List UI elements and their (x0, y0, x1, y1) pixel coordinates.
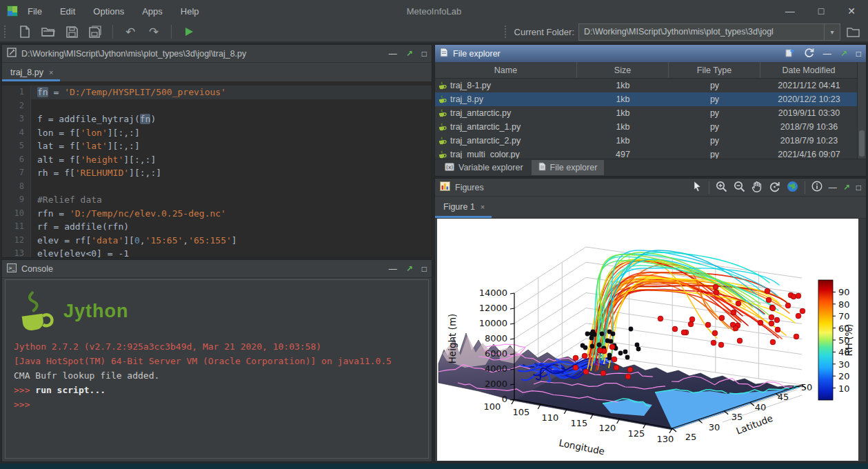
file-row-traj_antarctic_1.py[interactable]: traj_antarctic_1.py1kbpy2018/7/9 10:36 (435, 120, 858, 134)
cursor-tool-icon[interactable] (692, 181, 703, 194)
figure-3d-plot[interactable]: 0200040006000800010000120001400010010511… (437, 219, 858, 461)
code-line-2[interactable]: 2 (2, 99, 432, 113)
column-header-name[interactable]: Name (435, 62, 577, 78)
code-line-3[interactable]: 3f = addfile_hytraj(fn) (2, 112, 432, 126)
code-line-4[interactable]: 4lon = f['lon'][:,:] (2, 126, 432, 140)
panel-restore-icon[interactable]: ↗ (840, 49, 847, 59)
svg-text:4000: 4000 (485, 363, 507, 374)
refresh-icon[interactable] (804, 48, 814, 60)
panel-minimize-icon[interactable]: — (823, 49, 831, 59)
file-explorer-titlebar[interactable]: File explorer — ↗ □ (435, 45, 866, 63)
tab-close-icon[interactable]: × (49, 68, 53, 77)
code-line-6[interactable]: 6alt = f['height'][:,:] (2, 153, 432, 167)
code-line-13[interactable]: 13elev[elev<0] = -1 (2, 247, 432, 257)
code-line-10[interactable]: 10rfn = 'D:/Temp/nc/elev.0.25-deg.nc' (2, 207, 432, 221)
panel-maximize-icon[interactable]: □ (422, 264, 427, 274)
menu-bar: FileEditOptionsAppsHelp (28, 6, 199, 17)
save-all-button[interactable] (87, 23, 103, 40)
run-script-button[interactable] (181, 23, 197, 40)
svg-text:105: 105 (513, 407, 530, 417)
svg-text:35: 35 (731, 412, 743, 422)
toolbar-drag-handle[interactable] (4, 26, 8, 38)
menu-options[interactable]: Options (93, 6, 124, 17)
menu-file[interactable]: File (28, 6, 42, 17)
tab-variable-explorer[interactable]: (x)Variable explorer (438, 160, 530, 175)
tab-close-icon[interactable]: × (481, 203, 485, 211)
zoom-out-icon[interactable] (734, 181, 745, 194)
code-line-12[interactable]: 12elev = rf['data'][0,'15:65','65:155'] (2, 234, 432, 248)
pan-hand-icon[interactable] (751, 181, 763, 194)
svg-text:45: 45 (778, 392, 789, 402)
jython-file-icon (438, 109, 447, 118)
svg-text:>_: >_ (8, 266, 15, 271)
svg-text:115: 115 (571, 418, 588, 428)
browse-folder-button[interactable] (845, 23, 861, 40)
console-panel-titlebar[interactable]: >_ Console — ↗ □ (2, 260, 432, 278)
code-line-11[interactable]: 11rf = addfile(rfn) (2, 220, 432, 234)
tab-traj-8-py[interactable]: traj_8.py × (2, 68, 60, 81)
column-header-date-modified[interactable]: Date Modified (760, 62, 858, 78)
undo-button[interactable]: ↶ (122, 23, 139, 40)
file-row-traj_antarctic.py[interactable]: traj_antarctic.py1kbpy2019/9/11 03:30 (435, 106, 858, 120)
panel-maximize-icon[interactable]: □ (856, 183, 861, 192)
current-folder-combobox[interactable]: D:\Working\MIScript\Jython\mis\plot_type… (578, 23, 840, 41)
window-close-button[interactable]: ✕ (847, 6, 856, 17)
panel-minimize-icon[interactable]: — (389, 49, 397, 59)
parent-folder-icon[interactable] (785, 48, 795, 60)
figures-panel-titlebar[interactable]: Figures — ↗ □ (435, 179, 866, 197)
chevron-down-icon[interactable]: ▾ (824, 24, 840, 40)
panel-restore-icon[interactable]: ↗ (406, 49, 413, 59)
svg-text:10000: 10000 (479, 318, 507, 328)
panel-restore-icon[interactable]: ↗ (406, 264, 413, 274)
svg-text:100: 100 (484, 401, 501, 412)
window-minimize-button[interactable]: — (785, 6, 795, 17)
current-folder-value[interactable]: D:\Working\MIScript\Jython\mis\plot_type… (579, 27, 824, 37)
code-line-9[interactable]: 9#Relief data (2, 193, 432, 207)
file-row-traj_antarctic_2.py[interactable]: traj_antarctic_2.py1kbpy2018/7/9 10:23 (435, 134, 858, 148)
file-row-traj_8-1.py[interactable]: traj_8-1.py1kbpy2021/1/12 04:41 (435, 79, 858, 92)
panel-maximize-icon[interactable]: □ (856, 49, 861, 59)
svg-text:130: 130 (657, 434, 674, 444)
tab-label: traj_8.py (10, 68, 43, 77)
rotate-icon[interactable] (769, 181, 780, 194)
column-header-file-type[interactable]: File Type (669, 62, 760, 78)
info-icon[interactable] (811, 181, 822, 194)
file-icon (440, 48, 448, 59)
code-line-7[interactable]: 7rh = f['RELHUMID'][:,:] (2, 166, 432, 180)
tab-figure-1[interactable]: Figure 1 × (435, 202, 492, 218)
window-maximize-button[interactable]: □ (818, 6, 824, 17)
svg-text:12000: 12000 (479, 303, 507, 313)
panel-minimize-icon[interactable]: — (829, 183, 837, 192)
svg-text:(x): (x) (446, 164, 453, 170)
globe-icon[interactable] (787, 181, 798, 194)
menu-apps[interactable]: Apps (142, 6, 163, 17)
svg-text:6000: 6000 (485, 348, 507, 359)
column-header-size[interactable]: Size (577, 62, 669, 78)
file-row-traj_8.py[interactable]: traj_8.py1kbpy2020/12/2 10:23 (435, 92, 858, 106)
open-folder-button[interactable] (40, 23, 57, 40)
code-line-8[interactable]: 8 (2, 180, 432, 194)
code-line-5[interactable]: 5lat = f['lat'][:,:] (2, 139, 432, 153)
file-table-scrollbar[interactable] (857, 62, 866, 159)
editor-panel-titlebar[interactable]: D:\Working\MIScript\Jython\mis\plot_type… (2, 45, 432, 63)
panel-maximize-icon[interactable]: □ (422, 49, 427, 59)
svg-text:14000: 14000 (479, 288, 507, 298)
code-editor[interactable]: 1fn = 'D:/Temp/HYSPLIT/500_previous'23f … (2, 81, 432, 257)
zoom-in-icon[interactable] (716, 181, 727, 194)
colorbar-label: RH (%) (843, 323, 854, 356)
console-line: Jython 2.7.2 (v2.7.2:925a3cc3b49d, Mar 2… (14, 339, 428, 354)
tab-file-explorer[interactable]: File explorer (532, 160, 605, 175)
panel-restore-icon[interactable]: ↗ (843, 183, 850, 192)
menu-edit[interactable]: Edit (60, 6, 75, 17)
redo-button[interactable]: ↷ (145, 23, 162, 40)
window-titlebar: FileEditOptionsAppsHelp MeteoInfoLab — □… (0, 0, 868, 22)
new-file-button[interactable] (17, 23, 33, 40)
svg-text:90: 90 (838, 287, 850, 297)
folder-toolbar-drag-handle[interactable] (505, 26, 509, 38)
editor-tab-bar: traj_8.py × (2, 63, 432, 82)
save-button[interactable] (63, 23, 80, 40)
code-line-1[interactable]: 1fn = 'D:/Temp/HYSPLIT/500_previous' (2, 86, 432, 99)
console-output[interactable]: Jython Jython 2.7.2 (v2.7.2:925a3cc3b49d… (5, 279, 429, 459)
menu-help[interactable]: Help (181, 6, 199, 17)
panel-minimize-icon[interactable]: — (389, 264, 397, 274)
